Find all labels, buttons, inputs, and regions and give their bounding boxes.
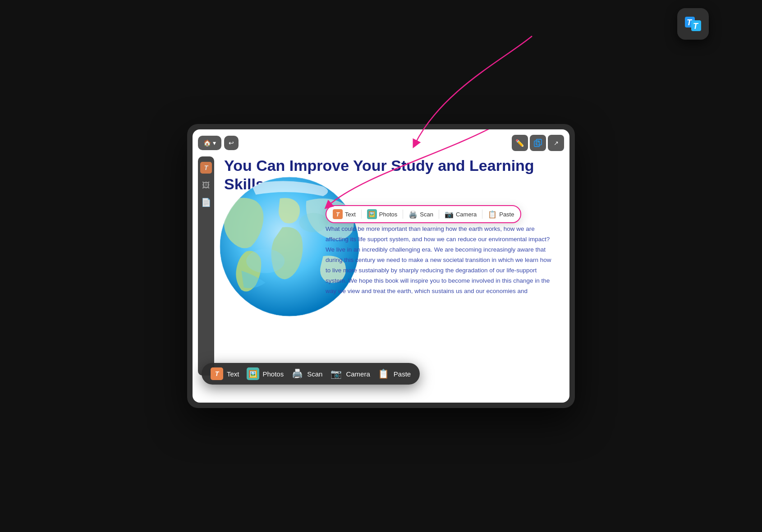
dropdown-arrow: ▾: [213, 139, 216, 147]
inline-paste-item[interactable]: 📋 Paste: [488, 210, 514, 219]
bottom-camera-label: Camera: [346, 370, 370, 378]
bottom-toolbar: T Text 🖼️ Photos 🖨️ Scan 📷 Camera 📋: [202, 363, 420, 385]
body-text: What could be more important than learni…: [326, 224, 556, 297]
inline-scan-label: Scan: [420, 211, 433, 218]
toolbar-right: ✏️ T T ↗: [512, 135, 564, 151]
top-toolbar: 🏠 ▾ ↩ ✏️ T: [198, 135, 564, 151]
svg-point-10: [246, 249, 285, 273]
inline-camera-icon: 📷: [445, 210, 454, 219]
bottom-paste-icon: 📋: [377, 367, 390, 380]
bottom-scan-icon: 🖨️: [291, 367, 303, 380]
home-icon: 🏠: [203, 139, 211, 147]
bottom-scan-item[interactable]: 🖨️ Scan: [291, 367, 322, 380]
export-icon: ↗: [554, 140, 559, 147]
svg-point-11: [299, 213, 328, 232]
sidebar: T 🖼 📄: [198, 156, 214, 376]
home-button[interactable]: 🏠 ▾: [198, 136, 221, 150]
bottom-photos-item[interactable]: 🖼️ Photos: [247, 367, 284, 380]
bottom-photos-icon: 🖼️: [247, 367, 259, 380]
bottom-camera-item[interactable]: 📷 Camera: [330, 367, 370, 380]
inline-toolbar: T Text 🖼️ Photos 🖨️ Scan 📷 Camera: [326, 205, 521, 223]
bottom-scan-label: Scan: [307, 370, 322, 378]
inline-text-icon: T: [333, 209, 343, 219]
sidebar-text-icon[interactable]: T: [200, 162, 212, 174]
pencil-button[interactable]: ✏️: [512, 135, 528, 151]
inline-camera-item[interactable]: 📷 Camera: [445, 210, 477, 219]
bottom-text-label: Text: [227, 370, 239, 378]
inline-photos-icon: 🖼️: [367, 209, 377, 219]
inline-text-label: Text: [345, 211, 356, 218]
inline-scan-icon: 🖨️: [409, 210, 418, 219]
floating-translate-button[interactable]: T T: [677, 8, 709, 40]
inline-photos-item[interactable]: 🖼️ Photos: [367, 209, 397, 219]
pencil-icon: ✏️: [515, 139, 524, 147]
bottom-paste-item[interactable]: 📋 Paste: [377, 367, 411, 380]
bottom-paste-label: Paste: [394, 370, 411, 378]
copy-layout-icon: T T: [534, 139, 542, 147]
inline-photos-label: Photos: [379, 211, 397, 218]
copy-layout-button[interactable]: T T: [530, 135, 546, 151]
device-frame: 🏠 ▾ ↩ ✏️ T: [187, 124, 575, 408]
inline-text-item[interactable]: T Text: [333, 209, 356, 219]
device-screen: 🏠 ▾ ↩ ✏️ T: [193, 129, 569, 403]
sidebar-document-icon[interactable]: 📄: [201, 197, 211, 207]
inline-scan-item[interactable]: 🖨️ Scan: [409, 210, 433, 219]
bottom-camera-icon: 📷: [330, 367, 342, 380]
bottom-text-icon: T: [211, 367, 223, 380]
export-button[interactable]: ↗: [548, 135, 564, 151]
inline-paste-icon: 📋: [488, 210, 497, 219]
bottom-text-item[interactable]: T Text: [211, 367, 239, 380]
toolbar-left: 🏠 ▾ ↩: [198, 136, 239, 150]
translate-icon: T T: [683, 14, 703, 34]
sidebar-image-icon[interactable]: 🖼: [202, 181, 210, 190]
inline-paste-label: Paste: [499, 211, 514, 218]
back-button[interactable]: ↩: [224, 136, 239, 150]
inline-camera-label: Camera: [456, 211, 477, 218]
bottom-photos-label: Photos: [263, 370, 284, 378]
back-icon: ↩: [229, 139, 234, 147]
svg-text:T: T: [537, 140, 539, 144]
